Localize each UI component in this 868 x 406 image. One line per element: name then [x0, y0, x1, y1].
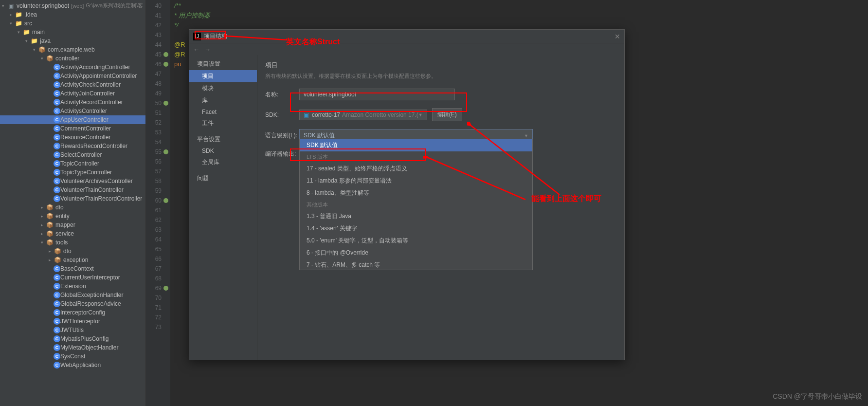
- gutter-marker-icon[interactable]: [163, 198, 168, 203]
- side-item-facet[interactable]: Facet: [189, 107, 257, 117]
- tree-dto[interactable]: ▸📦dto: [0, 203, 145, 212]
- class-icon: C: [54, 108, 60, 114]
- tree-class-item[interactable]: CWebApplication: [0, 361, 145, 369]
- side-item-artifacts[interactable]: 工件: [189, 117, 257, 129]
- tree-class-item[interactable]: CVolunteerTrainRecordController: [0, 194, 145, 203]
- dropdown-item[interactable]: 5.0 - 'enum' 关键字，泛型，自动装箱等: [300, 235, 532, 247]
- tree-class-item[interactable]: CInterceptorConfig: [0, 308, 145, 317]
- content-title: 项目: [265, 61, 616, 70]
- gutter-marker-icon[interactable]: [163, 62, 168, 67]
- tree-class-item[interactable]: CRewardsRecordController: [0, 142, 145, 150]
- tree-class-item[interactable]: CCurrentUserInterceptor: [0, 273, 145, 282]
- tree-class-item[interactable]: CCommentController: [0, 124, 145, 133]
- tree-class-item[interactable]: CActivityCheckController: [0, 80, 145, 89]
- dialog-header[interactable]: IJ 项目结构 ✕: [189, 30, 624, 43]
- tree-java[interactable]: ▾📁java: [0, 37, 145, 45]
- tree-idea[interactable]: ▸📁.idea: [0, 10, 145, 19]
- gutter-marker-icon[interactable]: [163, 101, 168, 106]
- chevron-right-icon[interactable]: ▸: [49, 258, 54, 262]
- tree-class-item[interactable]: CJWTUtils: [0, 326, 145, 334]
- tree-class-item[interactable]: CSelectController: [0, 150, 145, 159]
- dropdown-item[interactable]: 1.3 - 普通旧 Java: [300, 210, 532, 222]
- tree-main[interactable]: ▾📁main: [0, 28, 145, 37]
- tree-mapper[interactable]: ▸📦mapper: [0, 221, 145, 229]
- tree-class-item[interactable]: CVolunteerArchivesController: [0, 177, 145, 185]
- chevron-down-icon[interactable]: ▾: [41, 240, 46, 245]
- dialog-title: 项目结构: [204, 32, 227, 40]
- side-item-global-libs[interactable]: 全局库: [189, 156, 257, 168]
- tree-entity[interactable]: ▸📦entity: [0, 212, 145, 221]
- tree-class-item[interactable]: CVolunteerTrainController: [0, 185, 145, 194]
- chevron-down-icon[interactable]: ▾: [2, 3, 7, 8]
- nav-back-icon[interactable]: ←: [193, 46, 199, 53]
- side-item-sdk[interactable]: SDK: [189, 146, 257, 156]
- edit-button[interactable]: 编辑(E): [432, 108, 462, 121]
- close-icon[interactable]: ✕: [615, 33, 620, 40]
- chevron-down-icon[interactable]: ▾: [10, 21, 15, 26]
- tree-class-item[interactable]: CTopicController: [0, 159, 145, 168]
- gutter-marker-icon[interactable]: [163, 149, 168, 154]
- tree-class-item[interactable]: CGlobalExceptionHandler: [0, 291, 145, 299]
- tree-controller[interactable]: ▾📦controller: [0, 54, 145, 63]
- module-icon: ▣: [7, 2, 15, 9]
- tree-class-item[interactable]: CBaseContext: [0, 264, 145, 273]
- tree-class-item[interactable]: CActivityJoinController: [0, 89, 145, 98]
- tree-class-item[interactable]: CActivityAccordingController: [0, 63, 145, 72]
- chevron-down-icon[interactable]: ▾: [25, 38, 30, 43]
- tree-class-item[interactable]: CResourceController: [0, 133, 145, 142]
- dialog-sidebar: 项目设置 项目 模块 库 Facet 工件 平台设置 SDK 全局库 问题: [189, 55, 257, 360]
- chevron-right-icon[interactable]: ▸: [41, 205, 46, 210]
- tree-service[interactable]: ▸📦service: [0, 229, 145, 238]
- chevron-right-icon[interactable]: ▸: [49, 249, 54, 254]
- tree-class-item[interactable]: CActivitysController: [0, 107, 145, 115]
- chevron-right-icon[interactable]: ▸: [41, 231, 46, 236]
- dropdown-item[interactable]: SDK 默认值: [300, 139, 532, 151]
- chevron-right-icon[interactable]: ▸: [10, 12, 15, 17]
- package-icon: 📦: [46, 55, 54, 62]
- side-item-problems[interactable]: 问题: [189, 172, 257, 185]
- tree-class-item[interactable]: CExtension: [0, 282, 145, 291]
- chevron-down-icon[interactable]: ▾: [41, 56, 46, 61]
- chevron-right-icon[interactable]: ▸: [41, 222, 46, 227]
- tree-class-item[interactable]: CSysConst: [0, 352, 145, 361]
- nav-forward-icon[interactable]: →: [204, 46, 211, 53]
- tree-class-item[interactable]: CMyMetaObjectHandler: [0, 343, 145, 352]
- dropdown-item-8[interactable]: 8 - lambda、类型注解等: [300, 187, 532, 199]
- tree-tools-dto[interactable]: ▸📦dto: [0, 247, 145, 256]
- package-icon: 📦: [54, 248, 61, 255]
- side-item-modules[interactable]: 模块: [189, 82, 257, 94]
- gutter-marker-icon[interactable]: [163, 286, 168, 291]
- tree-package[interactable]: ▾📦com.example.web: [0, 45, 145, 54]
- class-icon: C: [54, 160, 60, 167]
- side-item-libs[interactable]: 库: [189, 94, 257, 107]
- gutter-marker-icon[interactable]: [163, 52, 168, 57]
- dropdown-item-17[interactable]: 17 - sealed 类型、始终严格的浮点语义: [300, 163, 532, 175]
- tree-class-item[interactable]: CActivityRecordController: [0, 98, 145, 107]
- name-input[interactable]: [299, 89, 455, 100]
- class-icon: C: [54, 116, 60, 123]
- project-tree[interactable]: ▾ ▣ volunteer.springboot [web] G:\java系列…: [0, 0, 146, 406]
- tree-src[interactable]: ▾📁src: [0, 19, 145, 28]
- tree-class-item[interactable]: CMybatisPlusConfig: [0, 334, 145, 343]
- tree-class-item[interactable]: CJWTInterceptor: [0, 317, 145, 326]
- lang-level-dropdown[interactable]: SDK 默认值 LTS 版本 17 - sealed 类型、始终严格的浮点语义 …: [299, 139, 533, 270]
- side-item-project[interactable]: 项目: [189, 70, 257, 82]
- tree-tools[interactable]: ▾📦tools: [0, 238, 145, 247]
- chevron-right-icon[interactable]: ▸: [41, 214, 46, 219]
- dropdown-item[interactable]: 7 - 钻石、ARM、多 catch 等: [300, 259, 532, 270]
- gutter-line: 68: [146, 274, 162, 283]
- chevron-down-icon[interactable]: ▾: [18, 30, 22, 35]
- sdk-select[interactable]: ▣ corretto-17 Amazon Corretto version 17…: [299, 110, 427, 120]
- tree-class-item[interactable]: CActivityAppointmentController: [0, 72, 145, 80]
- dropdown-item[interactable]: 6 - 接口中的 @Override: [300, 247, 532, 259]
- tree-class-item[interactable]: CAppUserController: [0, 115, 145, 124]
- chevron-down-icon[interactable]: ▾: [33, 47, 38, 52]
- dropdown-item[interactable]: 1.4 - 'assert' 关键字: [300, 222, 532, 235]
- tree-root[interactable]: ▾ ▣ volunteer.springboot [web] G:\java系列…: [0, 1, 145, 10]
- tree-exception[interactable]: ▸📦exception: [0, 256, 145, 264]
- tree-class-item[interactable]: CTopicTypeController: [0, 168, 145, 177]
- gutter-line: 71: [146, 303, 162, 313]
- tree-class-item[interactable]: CGlobalResponseAdvice: [0, 299, 145, 308]
- gutter-line: 50: [146, 98, 162, 108]
- dropdown-item-11[interactable]: 11 - lambda 形参的局部变量语法: [300, 175, 532, 187]
